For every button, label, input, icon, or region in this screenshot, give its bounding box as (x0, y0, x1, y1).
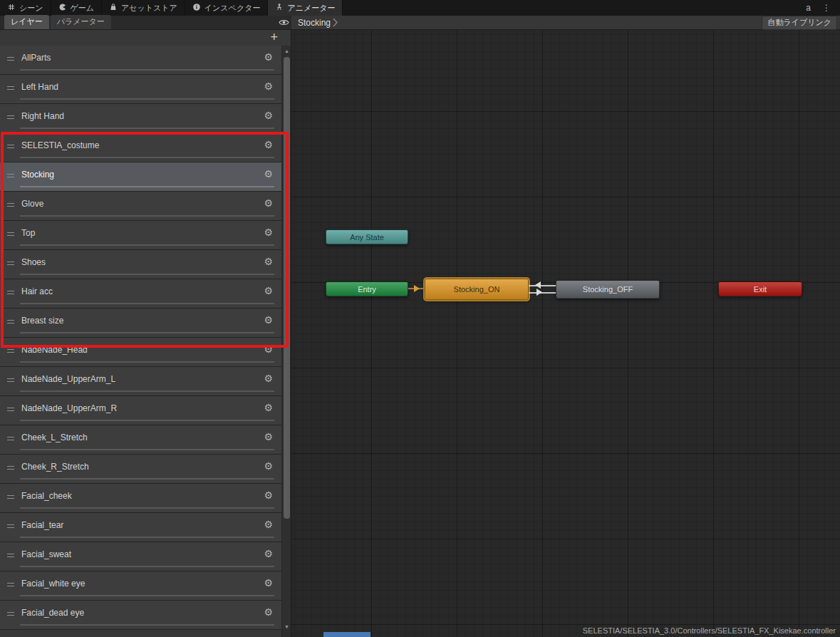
drag-handle-icon[interactable] (7, 612, 14, 616)
layer-weight-slider[interactable] (20, 361, 274, 363)
layer-settings-gear-icon[interactable]: ⚙ (264, 51, 273, 63)
layer-settings-gear-icon[interactable]: ⚙ (264, 490, 273, 501)
layer-settings-gear-icon[interactable]: ⚙ (264, 431, 273, 442)
node-exit[interactable]: Exit (718, 281, 802, 296)
layer-row[interactable]: NadeNade_Head ⚙ (0, 338, 281, 367)
layer-row[interactable]: Facial_tear ⚙ (0, 513, 281, 542)
drag-handle-icon[interactable] (7, 174, 14, 177)
layer-weight-slider[interactable] (20, 128, 274, 129)
drag-handle-icon[interactable] (7, 554, 14, 557)
layer-settings-gear-icon[interactable]: ⚙ (264, 548, 273, 559)
layer-weight-slider[interactable] (20, 449, 274, 450)
layer-weight-slider[interactable] (20, 624, 274, 626)
breadcrumb[interactable]: Stocking (291, 18, 338, 28)
layer-row[interactable]: Breast size ⚙ (0, 309, 281, 338)
transition-on-to-off[interactable] (529, 292, 556, 294)
tab-animator[interactable]: アニメーター (268, 0, 343, 16)
layer-weight-slider[interactable] (20, 215, 274, 217)
layer-settings-gear-icon[interactable]: ⚙ (264, 168, 273, 180)
layer-row[interactable]: Right Hand ⚙ (0, 104, 281, 133)
tab-layers[interactable]: レイヤー (4, 15, 49, 29)
layer-row[interactable]: Glove ⚙ (0, 192, 281, 221)
scroll-up-icon[interactable]: ▲ (282, 47, 291, 56)
drag-handle-icon[interactable] (7, 437, 14, 440)
node-stocking-on[interactable]: Stocking_ON (425, 279, 529, 300)
layer-row[interactable]: Left Hand ⚙ (0, 75, 281, 104)
layer-settings-gear-icon[interactable]: ⚙ (264, 81, 273, 92)
layer-settings-gear-icon[interactable]: ⚙ (264, 110, 273, 121)
layer-row[interactable]: Facial_sweat ⚙ (0, 542, 281, 571)
layer-row[interactable]: Shoes ⚙ (0, 250, 281, 279)
layer-weight-slider[interactable] (20, 478, 274, 480)
tab-parameters[interactable]: パラメーター (51, 15, 111, 29)
layer-weight-slider[interactable] (20, 420, 274, 421)
drag-handle-icon[interactable] (7, 291, 14, 294)
node-stocking-off[interactable]: Stocking_OFF (556, 280, 660, 299)
state-machine-canvas[interactable]: Any State Entry Stocking_ON Stocking_OFF… (291, 30, 840, 637)
transition-off-to-on[interactable] (529, 285, 556, 286)
drag-handle-icon[interactable] (7, 583, 14, 586)
layer-row[interactable]: NadeNade_UpperArm_R ⚙ (0, 396, 281, 425)
layer-weight-slider[interactable] (20, 69, 274, 71)
layer-settings-gear-icon[interactable]: ⚙ (264, 227, 273, 238)
drag-handle-icon[interactable] (7, 349, 14, 353)
layers-scrollbar[interactable]: ▲ ▼ (281, 46, 291, 637)
context-menu-icon[interactable]: ⋮ (817, 0, 836, 16)
layer-weight-slider[interactable] (20, 537, 274, 538)
tab-scene[interactable]: シーン (0, 0, 51, 16)
auto-live-link-button[interactable]: 自動ライブリンク (762, 16, 837, 30)
layer-weight-slider[interactable] (20, 186, 274, 187)
drag-handle-icon[interactable] (7, 261, 14, 265)
layer-weight-slider[interactable] (20, 507, 274, 509)
layer-settings-gear-icon[interactable]: ⚙ (264, 606, 273, 618)
drag-handle-icon[interactable] (7, 466, 14, 470)
layer-row[interactable]: NadeNade_UpperArm_L ⚙ (0, 367, 281, 396)
layer-row[interactable]: Facial_white eye ⚙ (0, 571, 281, 601)
drag-handle-icon[interactable] (7, 320, 14, 323)
layer-weight-slider[interactable] (20, 98, 274, 100)
layer-row[interactable]: Top ⚙ (0, 221, 281, 250)
scrollbar-thumb[interactable] (284, 57, 290, 519)
layer-weight-slider[interactable] (20, 332, 274, 333)
layer-weight-slider[interactable] (20, 390, 274, 392)
drag-handle-icon[interactable] (7, 495, 14, 499)
account-icon[interactable]: a (801, 0, 816, 16)
drag-handle-icon[interactable] (7, 145, 14, 148)
layer-weight-slider[interactable] (20, 157, 274, 158)
drag-handle-icon[interactable] (7, 86, 14, 90)
tab-game[interactable]: ゲーム (51, 0, 103, 16)
tab-asset-store[interactable]: アセットストア (102, 0, 185, 16)
node-entry[interactable]: Entry (326, 281, 408, 296)
drag-handle-icon[interactable] (7, 203, 14, 207)
drag-handle-icon[interactable] (7, 57, 14, 61)
drag-handle-icon[interactable] (7, 378, 14, 382)
layer-weight-slider[interactable] (20, 244, 274, 246)
layer-weight-slider[interactable] (20, 595, 274, 596)
drag-handle-icon[interactable] (7, 408, 14, 411)
layer-row[interactable]: Facial_cheek ⚙ (0, 484, 281, 513)
layer-settings-gear-icon[interactable]: ⚙ (264, 373, 273, 384)
layer-weight-slider[interactable] (20, 566, 274, 567)
layer-weight-slider[interactable] (20, 303, 274, 304)
layer-weight-slider[interactable] (20, 274, 274, 275)
drag-handle-icon[interactable] (7, 524, 14, 528)
scroll-down-icon[interactable]: ▼ (282, 623, 291, 631)
node-any-state[interactable]: Any State (326, 229, 408, 244)
layer-row[interactable]: SELESTIA_costume ⚙ (0, 133, 281, 162)
layer-settings-gear-icon[interactable]: ⚙ (264, 519, 273, 530)
eye-icon[interactable] (279, 15, 289, 29)
layer-settings-gear-icon[interactable]: ⚙ (264, 460, 273, 472)
layer-row[interactable]: Cheek_R_Stretch ⚙ (0, 455, 281, 484)
layer-row[interactable]: AllParts ⚙ (0, 46, 281, 75)
layer-settings-gear-icon[interactable]: ⚙ (264, 577, 273, 589)
add-layer-button[interactable]: + (270, 30, 278, 45)
tab-inspector[interactable]: インスペクター (185, 0, 269, 16)
drag-handle-icon[interactable] (7, 115, 14, 119)
layer-settings-gear-icon[interactable]: ⚙ (264, 343, 273, 355)
drag-handle-icon[interactable] (7, 232, 14, 236)
layer-settings-gear-icon[interactable]: ⚙ (264, 402, 273, 413)
layer-row[interactable]: Facial_dead eye ⚙ (0, 601, 281, 630)
layer-settings-gear-icon[interactable]: ⚙ (264, 256, 273, 267)
layer-row[interactable]: Stocking ⚙ (0, 162, 281, 192)
layer-row[interactable]: Cheek_L_Stretch ⚙ (0, 425, 281, 455)
